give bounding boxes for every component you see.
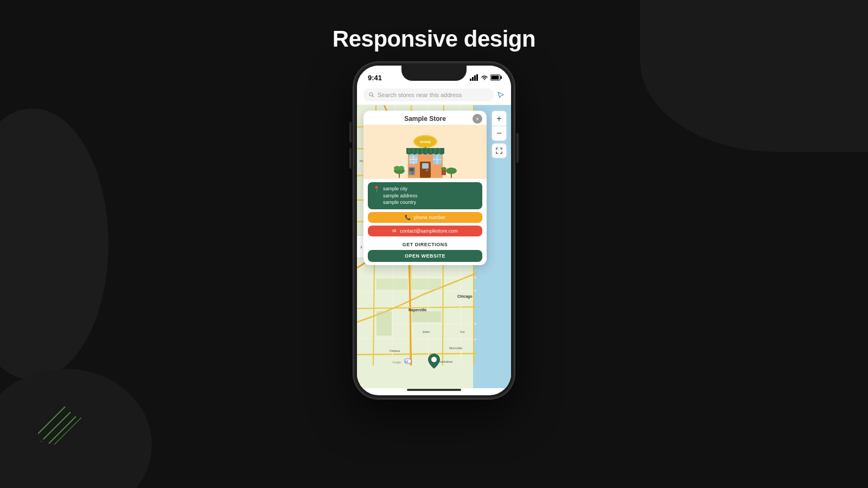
svg-point-71 [446,168,457,174]
address-country: sample country [383,199,418,206]
svg-rect-8 [476,74,478,81]
directions-label: GET DIRECTIONS [403,242,448,247]
svg-rect-87 [408,148,410,153]
svg-rect-88 [412,148,414,153]
svg-rect-102 [442,170,446,175]
map-area: Ripon Fond du Lac Sheboygan Praine Jane … [357,105,511,388]
email-address-text: contact@samplestore.com [400,228,458,234]
open-website-button[interactable]: OPEN WEBSITE [368,250,482,262]
svg-text:Chicago: Chicago [457,294,473,299]
phone-notch [401,66,467,81]
volume-down-button [349,148,352,169]
address-street: sample address [383,192,418,200]
svg-text:Naperville: Naperville [409,308,427,312]
svg-point-101 [411,172,413,174]
search-bar[interactable]: Search stores near this address [357,85,511,105]
map-zoom-in-button[interactable]: + [492,111,507,126]
svg-text:57: 57 [405,360,409,363]
store-image: WE ARE OPEN [393,126,458,178]
phone-icon: 📞 [405,215,411,220]
popup-header: Sample Store × [363,111,487,125]
svg-text:OPEN: OPEN [411,160,415,162]
svg-text:Morriville: Morriville [449,346,463,350]
map-location-pin [428,354,440,372]
address-city: sample city [383,185,418,192]
phone-mockup: 9:41 [354,62,514,399]
svg-point-12 [369,93,373,96]
svg-line-25 [357,338,476,339]
store-illustration: WE ARE OPEN [363,125,487,179]
svg-line-26 [357,354,476,355]
svg-line-24 [357,324,476,325]
address-text: sample city sample address sample countr… [383,185,418,206]
svg-text:Ga: Ga [460,330,465,333]
svg-rect-44 [376,311,392,336]
blob-top-right [640,0,868,152]
phone-outer: 9:41 [354,62,514,399]
phone-button[interactable]: 📞 phone number [368,212,482,223]
phone-screen: 9:41 [357,66,511,395]
status-icons [470,74,502,81]
map-background: Ripon Fond du Lac Sheboygan Praine Jane … [357,105,511,388]
svg-rect-45 [412,311,441,322]
svg-line-13 [373,96,374,98]
page-title: Responsive design [0,26,868,52]
svg-rect-6 [472,77,474,81]
svg-rect-92 [430,148,432,153]
phone-number-text: phone number [414,215,445,220]
svg-rect-100 [410,168,414,171]
signal-icon [470,74,478,81]
volume-up-button [349,122,352,143]
svg-text:Google: Google [392,361,401,364]
map-zoom-out-button[interactable]: − [492,126,507,141]
svg-text:Ottawa: Ottawa [390,349,400,352]
svg-line-3 [54,418,81,445]
map-controls: + − [492,111,507,158]
store-info: 📍 sample city sample address sample coun… [363,179,487,265]
svg-rect-11 [492,76,499,80]
svg-point-76 [426,169,427,171]
battery-icon [490,74,502,81]
svg-text:STORE: STORE [419,140,431,144]
pin-icon [428,354,440,369]
home-indicator [407,389,461,391]
svg-text:Joliet: Joliet [422,330,430,333]
svg-rect-42 [376,279,408,290]
search-icon [369,92,374,98]
map-fullscreen-button[interactable] [492,143,507,158]
svg-text:WE ARE: WE ARE [411,158,416,159]
search-placeholder: Search stores near this address [378,92,462,98]
svg-point-103 [441,167,446,170]
blob-left [0,108,108,380]
svg-rect-93 [434,148,436,153]
address-button[interactable]: 📍 sample city sample address sample coun… [368,182,482,209]
svg-rect-94 [438,148,441,153]
svg-rect-89 [417,148,419,153]
power-button [516,133,519,163]
popup-close-button[interactable]: × [473,114,482,124]
store-popup: Sample Store × [363,111,487,265]
svg-point-104 [431,357,437,362]
svg-line-21 [357,276,476,278]
status-time: 9:41 [368,74,382,82]
sidebar-arrow-icon: › [360,244,362,250]
email-button[interactable]: ✉ contact@samplestore.com [368,226,482,236]
svg-rect-43 [412,279,441,290]
open-website-label: OPEN WEBSITE [405,253,445,259]
wifi-icon [481,74,488,81]
email-icon: ✉ [392,228,397,234]
svg-line-22 [357,291,476,292]
fullscreen-icon [496,147,502,154]
decorative-lines [38,401,92,445]
svg-rect-5 [470,79,471,81]
location-pin-icon: 📍 [373,186,380,192]
svg-text:Kankakee: Kankakee [438,360,453,363]
svg-rect-7 [474,75,476,81]
location-arrow-icon[interactable] [497,91,505,99]
search-input-container[interactable]: Search stores near this address [363,88,494,101]
svg-line-0 [38,407,65,434]
directions-button[interactable]: GET DIRECTIONS [368,239,482,250]
svg-point-70 [399,166,404,170]
svg-rect-90 [421,148,423,153]
svg-rect-75 [422,163,429,169]
